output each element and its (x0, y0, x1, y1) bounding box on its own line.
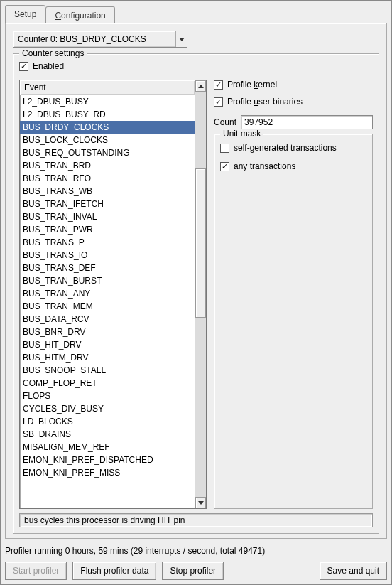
list-item[interactable]: EMON_KNI_PREF_MISS (20, 466, 195, 479)
list-item[interactable]: BUS_LOCK_CLOCKS (20, 134, 195, 146)
window: Setup Configuration Counter 0: BUS_DRDY_… (0, 0, 392, 585)
status-text: Profiler running 0 hours, 59 mins (29 in… (5, 544, 387, 557)
profile-user-checkbox[interactable] (214, 97, 223, 107)
any-trans-checkbox[interactable] (220, 162, 229, 171)
count-input[interactable] (241, 115, 373, 129)
list-item[interactable]: BUS_TRANS_DEF (20, 262, 195, 274)
arrow-down-icon (198, 501, 204, 505)
settings-columns: Event L2_DBUS_BUSYL2_DBUS_BUSY_RDBUS_DRD… (19, 80, 373, 509)
event-list-content: Event L2_DBUS_BUSYL2_DBUS_BUSY_RDBUS_DRD… (20, 80, 195, 508)
list-item[interactable]: BUS_TRAN_MEM (20, 300, 195, 313)
scroll-down-button[interactable] (195, 497, 206, 508)
tab-bar: Setup Configuration (5, 5, 387, 23)
list-item[interactable]: BUS_BNR_DRV (20, 326, 195, 338)
list-item[interactable]: BUS_TRAN_INVAL (20, 210, 195, 223)
list-item[interactable]: BUS_REQ_OUTSTANDING (20, 146, 195, 159)
flush-profiler-button[interactable]: Flush profiler data (72, 562, 156, 580)
event-list[interactable]: L2_DBUS_BUSYL2_DBUS_BUSY_RDBUS_DRDY_CLOC… (20, 95, 195, 508)
list-item[interactable]: BUS_SNOOP_STALL (20, 364, 195, 377)
list-item[interactable]: BUS_TRANS_P (20, 236, 195, 249)
counter-select[interactable]: Counter 0: BUS_DRDY_CLOCKS (13, 31, 187, 48)
list-item[interactable]: L2_DBUS_BUSY_RD (20, 108, 195, 121)
self-gen-row: self-generated transactions (220, 143, 366, 153)
any-trans-label: any transactions (234, 161, 295, 171)
list-item[interactable]: BUS_TRAN_RFO (20, 172, 195, 185)
scroll-track[interactable] (195, 92, 206, 497)
event-column: Event L2_DBUS_BUSYL2_DBUS_BUSY_RDBUS_DRD… (19, 80, 207, 509)
scroll-thumb[interactable] (195, 168, 206, 318)
list-item[interactable]: BUS_TRAN_IFETCH (20, 198, 195, 210)
enabled-label: Enabled (33, 61, 64, 71)
count-label: Count (214, 117, 236, 127)
tab-setup-rest: etup (20, 9, 36, 19)
tab-config-rest: onfiguration (61, 11, 106, 21)
event-list-header[interactable]: Event (20, 80, 195, 95)
save-quit-button[interactable]: Save and quit (320, 562, 387, 580)
any-trans-row: any transactions (220, 161, 366, 171)
options-column: Profile kernel Profile user binaries Cou… (214, 80, 373, 509)
list-item[interactable]: BUS_TRANS_WB (20, 185, 195, 198)
self-gen-checkbox[interactable] (220, 144, 229, 153)
list-item[interactable]: L2_DBUS_BUSY (20, 95, 195, 108)
tab-configuration[interactable]: Configuration (45, 6, 114, 23)
button-row: Start profiler Flush profiler data Stop … (5, 562, 387, 580)
self-gen-label: self-generated transactions (234, 143, 337, 153)
list-item[interactable]: BUS_HIT_DRV (20, 338, 195, 351)
list-item[interactable]: BUS_TRAN_BURST (20, 274, 195, 287)
list-item[interactable]: COMP_FLOP_RET (20, 377, 195, 390)
list-item[interactable]: BUS_TRAN_PWR (20, 223, 195, 236)
profile-kernel-label: Profile kernel (227, 80, 277, 90)
unit-mask-legend: Unit mask (220, 129, 263, 139)
counter-settings-legend: Counter settings (19, 48, 87, 58)
tab-setup[interactable]: Setup (5, 5, 45, 23)
list-item[interactable]: FLOPS (20, 390, 195, 402)
enabled-checkbox[interactable] (19, 62, 28, 71)
list-item[interactable]: CYCLES_DIV_BUSY (20, 402, 195, 415)
list-item[interactable]: BUS_TRAN_BRD (20, 159, 195, 172)
profile-user-label: Profile user binaries (227, 97, 303, 107)
event-listbox[interactable]: Event L2_DBUS_BUSYL2_DBUS_BUSY_RDBUS_DRD… (19, 80, 207, 509)
stop-profiler-button[interactable]: Stop profiler (162, 562, 224, 580)
list-item[interactable]: BUS_HITM_DRV (20, 351, 195, 364)
arrow-up-icon (198, 85, 204, 88)
counter-select-label: Counter 0: BUS_DRDY_CLOCKS (18, 34, 146, 44)
scroll-up-button[interactable] (195, 80, 206, 92)
start-profiler-button[interactable]: Start profiler (5, 562, 67, 580)
list-item[interactable]: BUS_TRAN_ANY (20, 287, 195, 300)
list-item[interactable]: BUS_DATA_RCV (20, 313, 195, 326)
list-item[interactable]: EMON_KNI_PREF_DISPATCHED (20, 453, 195, 466)
list-item[interactable]: BUS_TRANS_IO (20, 249, 195, 262)
chevron-down-icon (179, 38, 185, 41)
counter-settings-group: Counter settings Enabled Event L2_DBUS_B… (13, 53, 379, 534)
counter-select-arrow[interactable] (175, 31, 187, 47)
count-row: Count (214, 115, 373, 129)
list-item[interactable]: SB_DRAINS (20, 428, 195, 441)
profile-kernel-row: Profile kernel (214, 80, 373, 90)
tab-pane-setup: Counter 0: BUS_DRDY_CLOCKS Counter setti… (5, 23, 387, 539)
list-item[interactable]: LD_BLOCKS (20, 415, 195, 428)
profile-user-row: Profile user binaries (214, 97, 373, 107)
unit-mask-group: Unit mask self-generated transactions an… (214, 134, 373, 509)
profile-kernel-checkbox[interactable] (214, 80, 223, 90)
event-description: bus cycles this processor is driving HIT… (19, 513, 373, 527)
list-item[interactable]: BUS_DRDY_CLOCKS (20, 121, 195, 134)
event-scrollbar[interactable] (195, 80, 206, 508)
list-item[interactable]: MISALIGN_MEM_REF (20, 441, 195, 453)
enabled-row: Enabled (19, 61, 373, 71)
